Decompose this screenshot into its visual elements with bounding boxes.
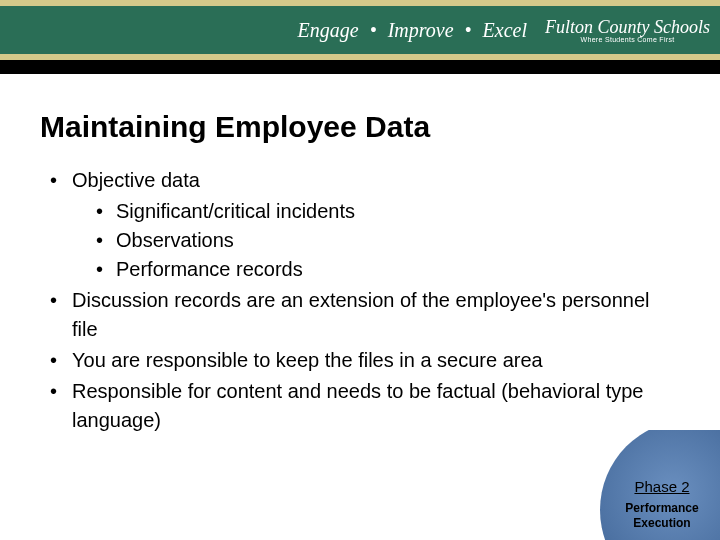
- phase-title: Phase 2: [612, 478, 712, 495]
- list-item: Responsible for content and needs to be …: [40, 377, 680, 435]
- bullet-text: Discussion records are an extension of t…: [72, 289, 649, 340]
- header-tagline: Engage • Improve • Excel: [298, 19, 527, 42]
- bullet-text: Observations: [116, 229, 234, 251]
- bullet-text: Responsible for content and needs to be …: [72, 380, 643, 431]
- header-banner: Engage • Improve • Excel Fulton County S…: [0, 0, 720, 60]
- logo-main-text: Fulton County Schools: [545, 18, 710, 36]
- sub-bullet-list: Significant/critical incidents Observati…: [72, 197, 680, 284]
- logo: Fulton County Schools Where Students Com…: [545, 18, 710, 43]
- tagline-dot: •: [465, 19, 472, 41]
- tagline-word-3: Excel: [483, 19, 527, 41]
- tagline-word-2: Improve: [388, 19, 454, 41]
- bullet-text: Objective data: [72, 169, 200, 191]
- list-item: Significant/critical incidents: [72, 197, 680, 226]
- list-item: Discussion records are an extension of t…: [40, 286, 680, 344]
- phase-subtitle: Performance Execution: [612, 501, 712, 530]
- phase-badge: Phase 2 Performance Execution: [600, 430, 720, 540]
- list-item: Performance records: [72, 255, 680, 284]
- bullet-list: Objective data Significant/critical inci…: [40, 166, 680, 435]
- tagline-dot: •: [370, 19, 377, 41]
- bullet-text: Performance records: [116, 258, 303, 280]
- list-item: Observations: [72, 226, 680, 255]
- logo-sub-text: Where Students Come First: [545, 36, 710, 43]
- bullet-text: You are responsible to keep the files in…: [72, 349, 543, 371]
- list-item: Objective data Significant/critical inci…: [40, 166, 680, 284]
- phase-text-block: Phase 2 Performance Execution: [612, 478, 712, 530]
- list-item: You are responsible to keep the files in…: [40, 346, 680, 375]
- page-title: Maintaining Employee Data: [40, 110, 680, 144]
- slide-content: Maintaining Employee Data Objective data…: [0, 60, 720, 435]
- tagline-word-1: Engage: [298, 19, 359, 41]
- bullet-text: Significant/critical incidents: [116, 200, 355, 222]
